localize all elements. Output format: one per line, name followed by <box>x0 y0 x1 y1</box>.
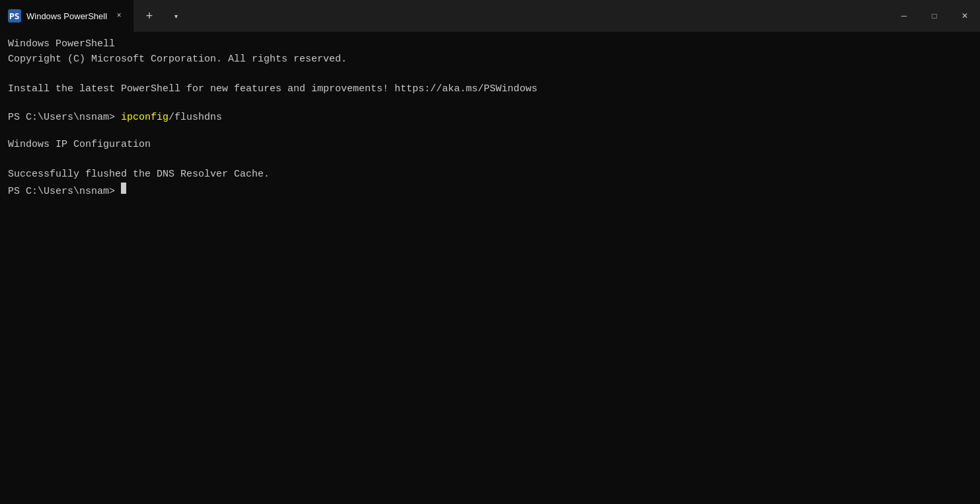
terminal-prompt-2-line: PS C:\Users\nsnam> <box>8 183 972 197</box>
powershell-window: PS Windows PowerShell × + ▾ ─ □ ✕ Window… <box>0 0 980 504</box>
terminal-line-2: Copyright (C) Microsoft Corporation. All… <box>8 52 972 67</box>
svg-text:PS: PS <box>9 11 20 21</box>
terminal-line-4: Install the latest PowerShell for new fe… <box>8 82 972 97</box>
close-button[interactable]: ✕ <box>950 0 980 32</box>
terminal-body[interactable]: Windows PowerShell Copyright (C) Microso… <box>0 32 980 504</box>
tab-area: PS Windows PowerShell × + ▾ <box>0 0 889 32</box>
titlebar: PS Windows PowerShell × + ▾ ─ □ ✕ <box>0 0 980 32</box>
terminal-line-1: Windows PowerShell <box>8 37 972 52</box>
terminal-line-3-empty <box>8 67 972 82</box>
cmd-ipconfig: ipconfig <box>121 112 169 123</box>
terminal-line-7: Windows IP Configuration <box>8 138 972 153</box>
active-tab[interactable]: PS Windows PowerShell × <box>0 0 133 32</box>
minimize-button[interactable]: ─ <box>889 0 919 32</box>
tab-title: Windows PowerShell <box>26 11 107 21</box>
terminal-line-6-empty <box>8 123 972 138</box>
cmd-flushdns: /flushdns <box>169 112 222 123</box>
window-controls: ─ □ ✕ <box>889 0 980 32</box>
prompt-2: PS C:\Users\nsnam> <box>8 186 121 197</box>
close-tab-button[interactable]: × <box>112 9 126 22</box>
add-tab-button[interactable]: + <box>133 0 165 32</box>
prompt-1: PS C:\Users\nsnam> <box>8 112 121 123</box>
maximize-button[interactable]: □ <box>919 0 950 32</box>
terminal-line-9: Successfully flushed the DNS Resolver Ca… <box>8 167 972 183</box>
cursor <box>121 183 126 194</box>
terminal-prompt-1-line: PS C:\Users\nsnam> ipconfig /flushdns <box>8 112 972 123</box>
terminal-line-8-empty <box>8 153 972 168</box>
powershell-icon: PS <box>8 9 21 22</box>
terminal-line-5-empty <box>8 97 972 112</box>
dropdown-button[interactable]: ▾ <box>165 0 186 32</box>
